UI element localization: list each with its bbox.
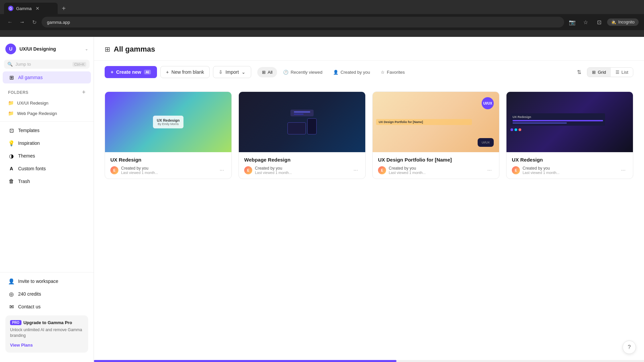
avatar-image: E <box>244 166 252 174</box>
card-creator: Created by you <box>255 166 349 171</box>
sidebar-item-custom-fonts[interactable]: A Custom fonts <box>3 163 91 175</box>
refresh-button[interactable]: ↻ <box>30 17 39 27</box>
card-more-button[interactable]: ··· <box>218 167 226 174</box>
workspace-chevron-icon[interactable]: ⌄ <box>85 47 88 51</box>
thumb-content <box>284 106 320 138</box>
dot <box>519 128 521 131</box>
workspace-avatar: U <box>5 44 16 54</box>
active-tab[interactable]: G Gamma ✕ <box>4 3 58 14</box>
incognito-icon: 🕵 <box>611 20 616 24</box>
list-view-button[interactable]: ☰ List <box>611 68 633 77</box>
tablet-icon[interactable]: ⊡ <box>594 17 604 27</box>
import-chevron-icon: ⌄ <box>241 69 246 75</box>
thumb-devices <box>287 118 317 134</box>
thumb-bar <box>513 120 603 121</box>
folder-item-ux-ui[interactable]: 📁 UX/UI Redesign <box>3 98 91 108</box>
workspace-name: UX/UI Designing <box>19 46 56 52</box>
card-more-button[interactable]: ··· <box>485 167 494 174</box>
avatar-image: E <box>378 166 386 174</box>
card-body: UX Design Portfolio for [Name] E Created… <box>373 152 499 179</box>
incognito-button[interactable]: 🕵 Incognito <box>607 18 639 26</box>
thumb-ui-mock: UX Redesign <box>511 113 605 126</box>
sidebar-item-invite[interactable]: 👤 Invite to workspace <box>3 275 91 287</box>
filter-tab-all[interactable]: ⊞ All <box>257 67 277 77</box>
tab-close-icon[interactable]: ✕ <box>36 6 40 11</box>
card-date: Last viewed 1 month... <box>255 171 349 175</box>
folders-section: Folders + 📁 UX/UI Redesign 📁 Web Page Re… <box>0 87 94 119</box>
forward-button[interactable]: → <box>17 17 27 27</box>
card-more-button[interactable]: ··· <box>619 167 628 174</box>
scroll-thumb <box>94 360 396 362</box>
card-ux-redesign-1[interactable]: UX Redesign By Emily Morris UX Redesign … <box>105 92 232 179</box>
card-more-button[interactable]: ··· <box>352 167 360 174</box>
main-content: ⊞ All gammas + Create new AI + New from … <box>94 37 644 362</box>
card-webpage-redesign[interactable]: Webpage Redesign E Created by you Last v… <box>238 92 366 179</box>
all-icon: ⊞ <box>262 70 266 75</box>
grid-view-button[interactable]: ⊞ Grid <box>587 68 611 77</box>
sort-button[interactable]: ⇅ <box>574 67 584 77</box>
card-footer: E Created by you Last viewed 1 month... … <box>378 166 494 175</box>
thumb-sub: By Emily Morris <box>157 122 180 126</box>
card-thumbnail: UX Redesign <box>506 92 633 152</box>
filter-tab-recently-viewed[interactable]: 🕐 Recently viewed <box>278 67 327 77</box>
thumb-bar-1 <box>290 110 314 116</box>
credits-icon: ◎ <box>8 291 15 297</box>
view-toggle: ⊞ Grid ☰ List <box>587 67 633 77</box>
thumb-card-mock: UX Design Portfolio for [Name] <box>376 119 472 125</box>
sidebar-item-themes[interactable]: ◑ Themes <box>3 150 91 162</box>
thumb-ui-title: UX Redesign <box>513 115 603 119</box>
import-button[interactable]: ⇩ Import ⌄ <box>213 66 251 78</box>
all-label: All <box>268 70 272 75</box>
sidebar-item-templates[interactable]: ⊡ Templates <box>3 124 91 136</box>
blank-label: New from blank <box>171 69 204 75</box>
dot <box>511 128 513 131</box>
new-from-blank-button[interactable]: + New from blank <box>160 66 210 78</box>
invite-icon: 👤 <box>8 278 15 285</box>
bookmark-icon[interactable]: ☆ <box>580 17 591 27</box>
avatar-text: UI/UX <box>483 102 492 105</box>
card-body: Webpage Redesign E Created by you Last v… <box>239 152 365 179</box>
card-ux-portfolio[interactable]: UX Design Portfolio for [Name] UI/UX UI/… <box>372 92 499 179</box>
contact-icon: ✉ <box>8 303 15 310</box>
help-button[interactable]: ? <box>623 341 636 354</box>
sidebar-item-inspiration[interactable]: 💡 Inspiration <box>3 137 91 149</box>
all-gammas-icon: ⊞ <box>8 74 15 81</box>
sidebar-item-all-gammas[interactable]: ⊞ All gammas <box>3 71 91 83</box>
folder-item-web-page[interactable]: 📁 Web Page Redesign <box>3 108 91 118</box>
toolbar: + Create new AI + New from blank ⇩ Impor… <box>94 61 644 83</box>
card-title: UX Redesign <box>110 157 226 163</box>
ai-badge: AI <box>144 70 151 74</box>
filter-tab-favorites[interactable]: ☆ Favorites <box>376 67 409 77</box>
thumb-mock: UX Redesign By Emily Morris <box>153 116 184 128</box>
new-tab-button[interactable]: + <box>59 4 68 13</box>
sidebar-item-contact[interactable]: ✉ Contact us <box>3 301 91 313</box>
thumb-line <box>294 114 304 115</box>
back-button[interactable]: ← <box>5 17 15 27</box>
create-new-button[interactable]: + Create new AI <box>105 66 157 78</box>
sidebar-item-credits[interactable]: ◎ 240 credits <box>3 288 91 300</box>
recently-viewed-label: Recently viewed <box>290 70 322 75</box>
card-avatar: E <box>244 166 252 174</box>
themes-label: Themes <box>18 153 35 159</box>
view-plans-button[interactable]: View Plans <box>10 343 33 348</box>
tab-favicon: G <box>8 6 13 11</box>
tab-bar: G Gamma ✕ + <box>0 0 644 14</box>
card-meta: Created by you Last viewed 1 month... <box>255 166 349 175</box>
sidebar-item-trash[interactable]: 🗑 Trash <box>3 175 91 187</box>
card-avatar: E <box>110 166 118 174</box>
camera-off-icon[interactable]: 📷 <box>567 17 578 27</box>
card-ux-redesign-2[interactable]: UX Redesign UX Redesign <box>506 92 633 179</box>
add-folder-icon[interactable]: + <box>82 89 86 96</box>
card-meta: Created by you Last viewed 1 month... <box>121 166 215 175</box>
pro-label: PRO <box>10 320 21 325</box>
main-header: ⊞ All gammas <box>94 37 644 61</box>
search-bar[interactable]: 🔍 Jump to Ctrl+K <box>4 60 90 69</box>
filter-tab-created-by-you[interactable]: 👤 Created by you <box>328 67 375 77</box>
folder-icon: 📁 <box>8 111 14 116</box>
pro-upgrade-banner: PRO Upgrade to Gamma Pro Unlock unlimite… <box>5 315 88 353</box>
inspiration-icon: 💡 <box>8 140 15 146</box>
scroll-indicator <box>94 360 644 362</box>
sidebar: U UX/UI Designing ⌄ 🔍 Jump to Ctrl+K ⊞ A… <box>0 37 94 362</box>
workspace-info: U UX/UI Designing <box>5 44 56 54</box>
address-bar[interactable]: gamma.app <box>42 17 564 27</box>
